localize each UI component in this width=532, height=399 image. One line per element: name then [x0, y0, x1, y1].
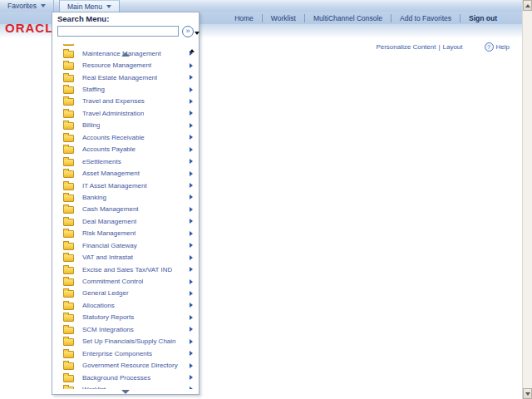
vertical-scrollbar: [522, 0, 532, 399]
folder-icon: [63, 267, 74, 274]
link-layout[interactable]: Layout: [443, 43, 463, 51]
menu-tab-bar: Favorites Main Menu: [0, 0, 532, 12]
menu-item-deal-management[interactable]: Deal Management: [52, 215, 199, 227]
menu-item-asset-management[interactable]: Asset Management: [52, 167, 199, 179]
help-icon: ?: [485, 42, 494, 52]
tab-main-menu-label: Main Menu: [67, 2, 102, 11]
menu-item-worklist[interactable]: Worklist: [52, 383, 199, 389]
main-menu-list: Maintenance Management Resource Manageme…: [52, 47, 199, 383]
menu-item-label: Background Processes: [82, 374, 150, 382]
scrollbar-down-button[interactable]: [523, 388, 532, 399]
submenu-arrow-icon: [190, 159, 193, 164]
submenu-arrow-icon: [190, 171, 193, 176]
menu-item-risk-management[interactable]: Risk Management: [52, 228, 199, 239]
menu-item-clipped-bottom[interactable]: Worklist: [52, 383, 199, 389]
scrollbar-track[interactable]: [523, 11, 532, 388]
submenu-arrow-icon: [190, 111, 193, 116]
menu-item-label: Banking: [82, 194, 106, 201]
personalize-links: Personalize Content|Layout: [376, 43, 462, 51]
tab-favorites[interactable]: Favorites: [0, 0, 54, 12]
menu-item-resource-management[interactable]: Resource Management: [52, 59, 199, 71]
submenu-arrow-icon: [190, 87, 193, 92]
menu-search-block: Search Menu: »: [52, 12, 199, 37]
menu-item-label: Risk Management: [82, 229, 135, 237]
menu-item-government-resource-directory[interactable]: Government Resource Directory: [52, 359, 199, 371]
folder-icon: [63, 122, 74, 130]
submenu-arrow-icon: [190, 195, 193, 200]
menu-item-vat-and-intrastat[interactable]: VAT and Intrastat: [52, 251, 199, 263]
menu-item-travel-and-expenses[interactable]: Travel and Expenses: [52, 96, 199, 107]
menu-item-cash-management[interactable]: Cash Management: [52, 204, 199, 215]
resize-handle-icon[interactable]: [190, 35, 195, 50]
submenu-arrow-icon: [190, 135, 193, 140]
tab-main-menu[interactable]: Main Menu: [59, 0, 120, 12]
menu-item-label: Commitment Control: [82, 278, 143, 285]
menu-item-commitment-control[interactable]: Commitment Control: [52, 275, 199, 287]
scroll-up-icon[interactable]: [121, 38, 130, 53]
menu-item-label: Travel Administration: [82, 110, 144, 117]
folder-icon: [63, 290, 74, 298]
menu-item-label: VAT and Intrastat: [82, 254, 133, 261]
folder-icon: [63, 243, 74, 250]
menu-item-excise-and-sales-tax-vat-ind[interactable]: Excise and Sales Tax/VAT IND: [52, 264, 199, 275]
folder-icon: [63, 230, 74, 238]
submenu-arrow-icon: [190, 351, 193, 356]
nav-link-multichannel-console[interactable]: MultiChannel Console: [304, 14, 391, 22]
scrollbar-up-button[interactable]: [523, 0, 532, 11]
menu-item-staffing[interactable]: Staffing: [52, 83, 199, 95]
menu-item-scm-integrations[interactable]: SCM Integrations: [52, 323, 199, 335]
menu-item-financial-gateway[interactable]: Financial Gateway: [52, 239, 199, 251]
nav-link-home[interactable]: Home: [226, 14, 262, 22]
menu-item-label: General Ledger: [82, 289, 129, 297]
search-menu-input[interactable]: [57, 26, 179, 37]
nav-link-add-to-favorites[interactable]: Add to Favorites: [391, 14, 460, 22]
menu-item-enterprise-components[interactable]: Enterprise Components: [52, 347, 199, 359]
submenu-arrow-icon: [190, 63, 193, 68]
menu-item-it-asset-management[interactable]: IT Asset Management: [52, 180, 199, 191]
folder-icon: [63, 44, 74, 46]
menu-item-label: Excise and Sales Tax/VAT IND: [82, 266, 172, 273]
submenu-arrow-icon: [190, 315, 193, 320]
help-label: Help: [496, 43, 510, 51]
help-link[interactable]: ? Help: [485, 42, 510, 52]
search-menu-label: Search Menu:: [57, 14, 194, 24]
menu-item-label: Enterprise Components: [82, 350, 152, 357]
menu-item-label: Deal Management: [82, 218, 136, 225]
menu-item-set-up-financials-supply-chain[interactable]: Set Up Financials/Supply Chain: [52, 336, 199, 347]
nav-link-sign-out[interactable]: Sign out: [460, 14, 505, 22]
menu-item-label: Real Estate Management: [82, 74, 157, 81]
menu-item-label: Financial Gateway: [82, 242, 137, 249]
menu-item-accounts-payable[interactable]: Accounts Payable: [52, 144, 199, 155]
menu-item-billing[interactable]: Billing: [52, 120, 199, 131]
submenu-arrow-icon: [190, 255, 193, 260]
folder-icon: [63, 135, 74, 142]
submenu-arrow-icon: [190, 291, 193, 296]
menu-item-statutory-reports[interactable]: Statutory Reports: [52, 312, 199, 323]
folder-icon: [63, 375, 74, 382]
submenu-arrow-icon: [190, 267, 193, 272]
folder-icon: [63, 327, 74, 334]
application-window: Favorites Main Menu HomeWorklistMultiCha…: [0, 0, 532, 399]
personalize-separator: |: [438, 43, 440, 51]
folder-icon: [63, 86, 74, 94]
menu-item-general-ledger[interactable]: General Ledger: [52, 288, 199, 299]
submenu-arrow-icon: [190, 183, 193, 188]
nav-link-worklist[interactable]: Worklist: [262, 14, 304, 22]
menu-item-allocations[interactable]: Allocations: [52, 299, 199, 311]
menu-item-banking[interactable]: Banking: [52, 191, 199, 203]
menu-item-label: Set Up Financials/Supply Chain: [82, 337, 176, 345]
menu-item-accounts-receivable[interactable]: Accounts Receivable: [52, 131, 199, 143]
folder-icon: [63, 98, 74, 106]
scroll-down-icon[interactable]: [121, 390, 130, 394]
menu-item-label: Staffing: [82, 86, 105, 93]
menu-item-travel-administration[interactable]: Travel Administration: [52, 107, 199, 119]
menu-item-esettlements[interactable]: eSettlements: [52, 155, 199, 167]
menu-item-background-processes[interactable]: Background Processes: [52, 372, 199, 383]
menu-item-label: eSettlements: [82, 158, 121, 165]
menu-item-real-estate-management[interactable]: Real Estate Management: [52, 71, 199, 83]
link-personalize-content[interactable]: Personalize Content: [376, 43, 436, 51]
submenu-arrow-icon: [190, 123, 193, 128]
main-menu-dropdown: Search Menu: » Maintenance Management Re…: [52, 12, 200, 395]
menu-scroll-up-row: [52, 37, 199, 44]
submenu-arrow-icon: [190, 99, 193, 104]
